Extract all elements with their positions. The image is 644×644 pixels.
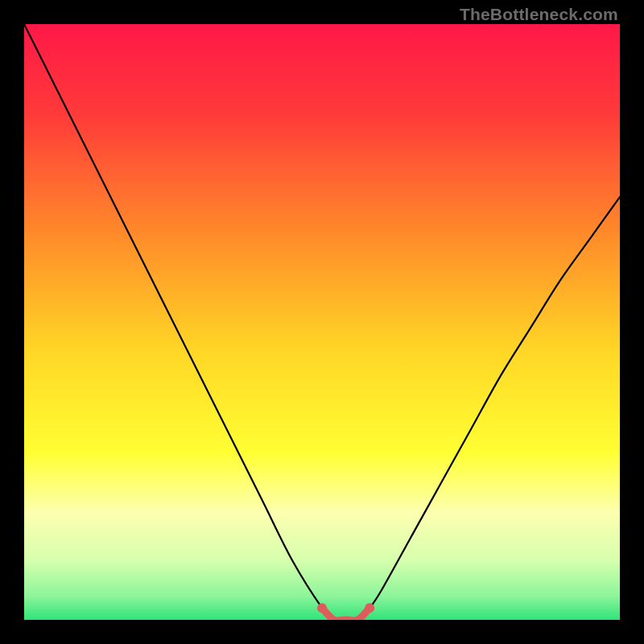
plot-area — [24, 24, 620, 620]
flat-minimum-highlight-path — [322, 608, 369, 620]
highlight-dot-right — [365, 603, 374, 613]
bottleneck-curve-path — [24, 24, 620, 620]
highlight-dot-left — [317, 603, 327, 613]
chart-frame: TheBottleneck.com — [0, 0, 644, 644]
curve-layer — [24, 24, 620, 620]
watermark-text: TheBottleneck.com — [460, 5, 618, 24]
